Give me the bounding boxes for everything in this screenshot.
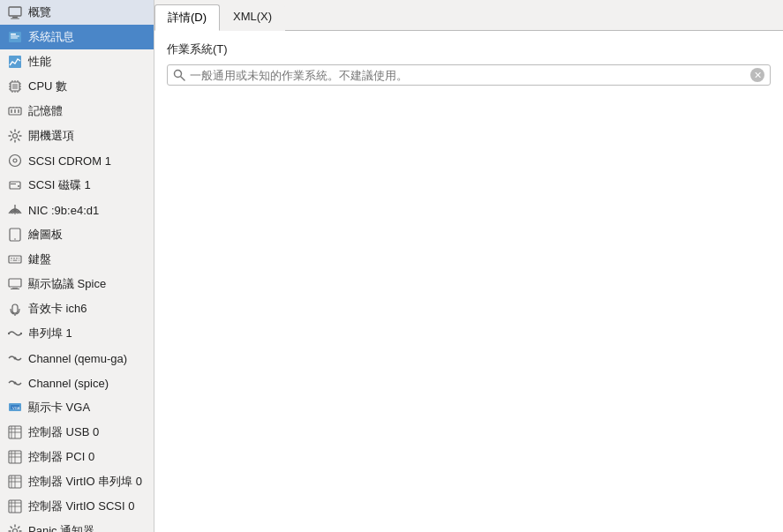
svg-point-34: [18, 185, 19, 187]
svg-rect-44: [11, 260, 11, 262]
svg-rect-1: [12, 17, 18, 19]
svg-text:VGA: VGA: [12, 406, 20, 410]
sidebar-item-label: 控制器 VirtIO 串列埠 0: [28, 474, 142, 490]
svg-rect-46: [19, 260, 19, 262]
os-search-bar[interactable]: ✕: [167, 64, 771, 86]
sidebar-item-memory[interactable]: 記憶體: [0, 99, 154, 124]
svg-rect-2: [11, 19, 19, 19]
svg-line-81: [181, 77, 184, 80]
svg-rect-25: [18, 109, 19, 113]
memory-icon: [7, 103, 23, 119]
sidebar-item-label: 性能: [28, 54, 51, 70]
sidebar-item-channel-qemu[interactable]: Channel (qemu-ga): [0, 346, 154, 371]
channel-icon: [7, 375, 23, 391]
disc-icon: [7, 153, 23, 169]
sidebar-item-channel-spice[interactable]: Channel (spice): [0, 371, 154, 395]
tablet-icon: [7, 227, 23, 243]
sidebar-item-keyboard[interactable]: 鍵盤: [0, 247, 154, 272]
sidebar-item-virtio-scsi[interactable]: 控制器 VirtIO SCSI 0: [0, 494, 154, 519]
svg-point-54: [14, 357, 17, 360]
screen-icon: [7, 276, 23, 292]
channel-icon: [7, 350, 23, 366]
sidebar-item-cpu[interactable]: CPU 數: [0, 74, 154, 99]
vga-icon: VGA: [7, 400, 23, 416]
svg-rect-33: [10, 182, 20, 189]
chart-icon: [7, 54, 23, 70]
audio-icon: [7, 301, 23, 317]
network-icon: [7, 202, 23, 218]
tab-bar: 詳情(D)XML(X): [154, 0, 783, 31]
monitor-icon: [7, 4, 23, 20]
svg-rect-23: [11, 109, 12, 113]
sidebar-item-label: NIC :9b:e4:d1: [28, 204, 99, 217]
disk-icon: [7, 177, 23, 193]
svg-point-32: [13, 159, 17, 162]
controller-icon: [7, 424, 23, 440]
sidebar-item-display[interactable]: 繪圖板: [0, 222, 154, 247]
sidebar-item-label: Channel (spice): [28, 377, 109, 390]
sidebar-item-label: 顯示協議 Spice: [28, 276, 106, 292]
svg-rect-41: [13, 258, 15, 259]
svg-point-79: [13, 529, 18, 533]
sidebar-item-label: 繪圖板: [28, 227, 63, 243]
svg-rect-45: [13, 260, 18, 262]
info-icon: [7, 29, 23, 45]
sidebar-item-virtio-serial[interactable]: 控制器 VirtIO 串列埠 0: [0, 469, 154, 494]
sidebar-item-label: 控制器 USB 0: [28, 424, 99, 440]
svg-rect-43: [19, 258, 19, 259]
sidebar-item-sysinfo[interactable]: 系統訊息: [0, 25, 154, 49]
keyboard-icon: [7, 251, 23, 267]
tab-xml[interactable]: XML(X): [220, 4, 285, 31]
sidebar: 概覽系統訊息性能CPU 數記憶體開機選項SCSI CDROM 1SCSI 磁碟 …: [0, 0, 154, 532]
svg-rect-0: [9, 7, 21, 16]
svg-point-31: [10, 155, 21, 167]
svg-rect-6: [11, 38, 18, 39]
sidebar-item-label: Channel (qemu-ga): [28, 352, 127, 365]
sidebar-item-vga[interactable]: VGA顯示卡 VGA: [0, 395, 154, 420]
sidebar-item-scsi-disk[interactable]: SCSI 磁碟 1: [0, 173, 154, 198]
controller-icon: [7, 474, 23, 490]
sidebar-item-label: 串列埠 1: [28, 326, 72, 341]
controller-icon: [7, 449, 23, 465]
sidebar-item-label: 音效卡 ich6: [28, 301, 87, 317]
sidebar-item-scsi-cdrom[interactable]: SCSI CDROM 1: [0, 148, 154, 173]
svg-rect-47: [9, 279, 21, 287]
svg-point-55: [14, 382, 17, 385]
sidebar-item-label: 記憶體: [28, 103, 63, 119]
sidebar-item-spice[interactable]: 顯示協議 Spice: [0, 272, 154, 296]
svg-point-38: [14, 238, 16, 240]
tab-details[interactable]: 詳情(D): [154, 4, 220, 31]
sidebar-item-label: 鍵盤: [28, 251, 51, 267]
sidebar-item-serial[interactable]: 串列埠 1: [0, 321, 154, 346]
os-search-input[interactable]: [190, 69, 746, 82]
sidebar-item-performance[interactable]: 性能: [0, 49, 154, 74]
sidebar-item-label: 開機選項: [28, 128, 74, 144]
svg-rect-50: [12, 304, 18, 313]
svg-rect-40: [11, 258, 12, 259]
svg-rect-5: [11, 36, 19, 37]
sidebar-item-overview[interactable]: 概覽: [0, 0, 154, 25]
svg-rect-3: [9, 32, 21, 42]
main-content: 詳情(D)XML(X) 作業系統(T) ✕: [154, 0, 783, 532]
sidebar-item-label: SCSI CDROM 1: [28, 154, 111, 168]
svg-rect-42: [16, 258, 18, 259]
gear-icon: [7, 523, 23, 532]
clear-search-button[interactable]: ✕: [750, 68, 764, 82]
sidebar-item-nic[interactable]: NIC :9b:e4:d1: [0, 198, 154, 222]
sidebar-item-label: 控制器 VirtIO SCSI 0: [28, 498, 134, 514]
sidebar-item-label: 概覽: [28, 4, 51, 20]
sidebar-item-label: Panic 通知器: [28, 523, 94, 532]
cpu-icon: [7, 79, 23, 94]
sidebar-item-label: CPU 數: [28, 79, 67, 94]
sidebar-item-audio[interactable]: 音效卡 ich6: [0, 296, 154, 321]
sidebar-item-boot[interactable]: 開機選項: [0, 124, 154, 148]
sidebar-item-label: SCSI 磁碟 1: [28, 177, 91, 193]
sidebar-item-panic[interactable]: Panic 通知器: [0, 519, 154, 532]
serial-icon: [7, 326, 23, 341]
sidebar-item-usb[interactable]: 控制器 USB 0: [0, 420, 154, 445]
sidebar-item-pci[interactable]: 控制器 PCI 0: [0, 445, 154, 469]
svg-rect-4: [11, 34, 16, 35]
gear-icon: [7, 128, 23, 144]
svg-rect-9: [12, 84, 18, 89]
svg-rect-7: [9, 56, 21, 68]
